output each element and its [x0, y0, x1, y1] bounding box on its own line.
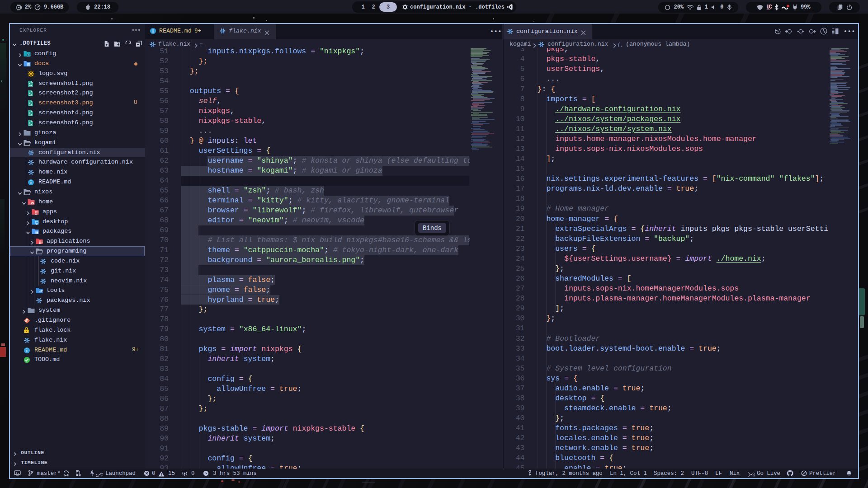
svg-text:f: f — [618, 42, 620, 47]
svg-text:x: x — [621, 45, 623, 47]
